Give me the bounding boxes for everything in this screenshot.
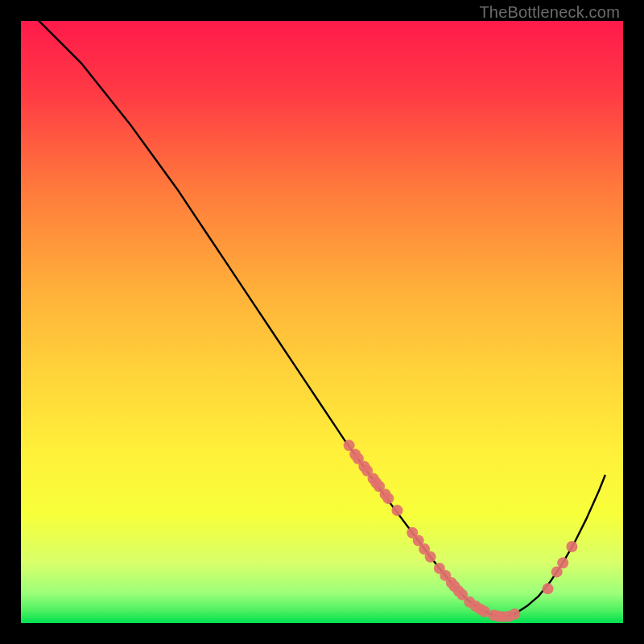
watermark-text: TheBottleneck.com — [479, 3, 620, 22]
data-point — [566, 541, 577, 552]
data-point — [543, 583, 554, 594]
data-point — [382, 493, 394, 504]
data-point — [392, 505, 403, 516]
gradient-background — [21, 21, 623, 623]
data-point — [509, 609, 520, 620]
data-point — [425, 551, 436, 563]
chart-frame — [21, 21, 623, 623]
chart-svg — [21, 21, 623, 623]
data-point — [557, 557, 568, 568]
